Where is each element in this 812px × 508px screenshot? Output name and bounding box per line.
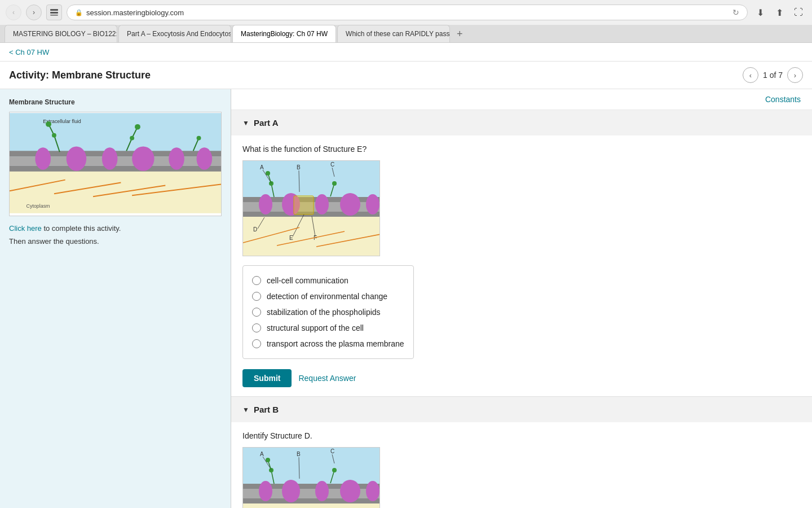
radio-3-circle[interactable] bbox=[252, 308, 261, 317]
radio-option-5[interactable]: transport across the plasma membrane bbox=[252, 336, 404, 352]
radio-option-2[interactable]: detection of environmental change bbox=[252, 288, 404, 304]
browser-tabs: MASTERING BIOLOGY – BIO122: Introductory… bbox=[0, 25, 812, 42]
new-tab-button[interactable]: + bbox=[451, 25, 469, 42]
right-content: Constants ▼ Part A What is the function … bbox=[231, 89, 812, 508]
lock-icon: 🔒 bbox=[75, 9, 83, 16]
click-here-text: Click here to complete this activity. bbox=[9, 224, 222, 233]
membrane-svg: Extracellular fluid bbox=[10, 112, 221, 214]
part-b-question: Identify Structure D. bbox=[242, 431, 801, 440]
browser-tab-2[interactable]: Part A – Exocytosis And Endocytosis Sort… bbox=[118, 25, 231, 42]
address-bar[interactable]: 🔒 session.masteringbiology.com ↻ bbox=[67, 5, 748, 20]
page-title-row: Activity: Membrane Structure ‹ 1 of 7 › bbox=[0, 62, 812, 89]
page-title: Activity: Membrane Structure bbox=[9, 69, 151, 81]
svg-point-71 bbox=[366, 481, 379, 501]
svg-point-24 bbox=[197, 136, 201, 141]
browser-tab-3[interactable]: MasteringBiology: Ch 07 HW bbox=[232, 25, 336, 42]
radio-4-label: structural support of the cell bbox=[267, 323, 364, 332]
svg-text:A: A bbox=[260, 164, 264, 170]
part-a-membrane-svg: A B C D E F bbox=[243, 161, 380, 256]
submit-button[interactable]: Submit bbox=[242, 369, 292, 387]
options-box: cell-cell communication detection of env… bbox=[242, 265, 414, 359]
browser-toolbar: ‹ › 🔒 session.masteringbiology.com ↻ ⬇ ⬆… bbox=[0, 0, 812, 25]
radio-1-circle[interactable] bbox=[252, 276, 261, 285]
radio-2-circle[interactable] bbox=[252, 292, 261, 301]
part-b-header[interactable]: ▼ Part B bbox=[231, 397, 812, 422]
svg-point-35 bbox=[259, 194, 272, 214]
prev-page-button[interactable]: ‹ bbox=[743, 67, 758, 83]
svg-rect-0 bbox=[50, 9, 58, 11]
pagination: ‹ 1 of 7 › bbox=[743, 67, 803, 83]
then-answer-text: Then answer the questions. bbox=[9, 237, 222, 246]
part-a-question: What is the function of Structure E? bbox=[242, 144, 801, 154]
download-button[interactable]: ⬇ bbox=[752, 5, 768, 20]
svg-point-14 bbox=[197, 147, 213, 169]
part-a-section: ▼ Part A What is the function of Structu… bbox=[231, 110, 812, 397]
next-page-button[interactable]: › bbox=[787, 67, 803, 83]
radio-5-circle[interactable] bbox=[252, 339, 261, 348]
svg-text:E: E bbox=[289, 235, 293, 241]
radio-option-4[interactable]: structural support of the cell bbox=[252, 320, 404, 336]
svg-point-77 bbox=[332, 468, 337, 472]
fullscreen-button[interactable]: ⛶ bbox=[791, 5, 806, 20]
part-a-body: What is the function of Structure E? bbox=[231, 135, 812, 396]
svg-point-13 bbox=[169, 147, 184, 169]
svg-text:B: B bbox=[297, 164, 301, 170]
radio-option-3[interactable]: stabilization of the phospholipids bbox=[252, 304, 404, 320]
url-text: session.masteringbiology.com bbox=[86, 8, 184, 17]
left-sidebar: Membrane Structure Extracellular fluid bbox=[0, 89, 231, 508]
radio-4-circle[interactable] bbox=[252, 323, 261, 332]
svg-rect-31 bbox=[243, 214, 380, 256]
reload-button[interactable]: ↻ bbox=[732, 8, 739, 17]
part-b-membrane-svg: A B C bbox=[243, 448, 380, 508]
svg-rect-2 bbox=[50, 15, 58, 16]
svg-point-22 bbox=[135, 124, 140, 130]
svg-point-9 bbox=[35, 147, 51, 169]
tab-view-button[interactable] bbox=[46, 5, 62, 20]
svg-point-18 bbox=[46, 121, 51, 127]
page-count: 1 of 7 bbox=[763, 71, 783, 80]
svg-point-70 bbox=[340, 480, 360, 502]
radio-3-label: stabilization of the phospholipids bbox=[267, 308, 381, 317]
svg-text:C: C bbox=[330, 448, 334, 454]
part-b-body: Identify Structure D. bbox=[231, 422, 812, 508]
svg-point-12 bbox=[132, 146, 154, 170]
membrane-illustration: Extracellular fluid bbox=[9, 112, 222, 216]
svg-point-44 bbox=[266, 171, 270, 176]
browser-actions: ⬇ ⬆ ⛶ bbox=[752, 5, 806, 20]
part-a-label: Part A bbox=[254, 118, 279, 128]
svg-point-10 bbox=[67, 146, 87, 170]
part-b-label: Part B bbox=[254, 405, 279, 414]
page-header: < Ch 07 HW bbox=[0, 43, 812, 62]
svg-point-37 bbox=[315, 194, 329, 214]
svg-text:A: A bbox=[260, 451, 264, 457]
svg-rect-1 bbox=[50, 12, 58, 14]
radio-1-label: cell-cell communication bbox=[267, 276, 348, 285]
radio-5-label: transport across the plasma membrane bbox=[267, 339, 404, 348]
part-b-image: A B C bbox=[242, 447, 380, 508]
browser-tab-4[interactable]: Which of these can RAPIDLY pass directly… bbox=[337, 25, 450, 42]
part-a-image: A B C D E F bbox=[242, 160, 380, 256]
radio-option-1[interactable]: cell-cell communication bbox=[252, 273, 404, 288]
svg-text:D: D bbox=[253, 226, 257, 233]
back-breadcrumb[interactable]: < Ch 07 HW bbox=[9, 48, 49, 56]
svg-point-67 bbox=[259, 481, 272, 501]
svg-text:B: B bbox=[297, 451, 301, 457]
svg-point-11 bbox=[102, 147, 118, 169]
part-b-collapse-icon: ▼ bbox=[242, 406, 249, 414]
constants-link[interactable]: Constants bbox=[765, 95, 801, 104]
part-a-actions: Submit Request Answer bbox=[242, 369, 801, 387]
svg-point-69 bbox=[315, 481, 329, 501]
svg-point-75 bbox=[266, 458, 270, 462]
constants-row: Constants bbox=[231, 89, 812, 110]
share-button[interactable]: ⬆ bbox=[771, 5, 787, 20]
svg-rect-40 bbox=[294, 196, 314, 214]
part-a-collapse-icon: ▼ bbox=[242, 119, 249, 127]
part-a-header[interactable]: ▼ Part A bbox=[231, 110, 812, 135]
forward-button[interactable]: › bbox=[26, 5, 42, 20]
browser-tab-1[interactable]: MASTERING BIOLOGY – BIO122: Introductory… bbox=[5, 25, 117, 42]
click-here-link[interactable]: Click here bbox=[9, 224, 42, 233]
svg-text:C: C bbox=[330, 161, 334, 168]
request-answer-link[interactable]: Request Answer bbox=[298, 374, 356, 383]
back-button[interactable]: ‹ bbox=[6, 5, 21, 20]
svg-text:Cytoplasm: Cytoplasm bbox=[27, 203, 50, 209]
